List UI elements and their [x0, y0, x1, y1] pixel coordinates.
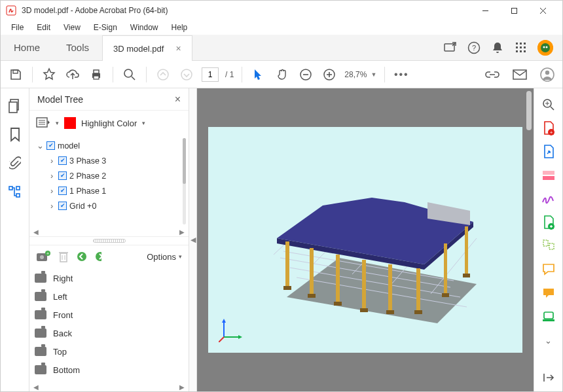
vertical-scrollbar[interactable] — [183, 138, 186, 224]
menu-help[interactable]: Help — [166, 22, 193, 33]
3d-canvas[interactable] — [208, 127, 522, 353]
tree-node-label[interactable]: model — [58, 141, 80, 151]
expand-icon[interactable]: › — [48, 202, 56, 211]
tab-close-icon[interactable]: × — [175, 44, 181, 53]
next-view-icon[interactable] — [95, 251, 101, 262]
panel-close-icon[interactable]: × — [175, 94, 181, 105]
mail-icon[interactable] — [511, 66, 528, 83]
horizontal-scrollbar[interactable]: ◀▶ — [29, 382, 189, 391]
export-pdf-icon[interactable] — [541, 145, 556, 159]
pages-thumbnails-icon[interactable] — [9, 99, 22, 113]
tree-node-label[interactable]: 3 Phase 3 — [69, 156, 106, 166]
apps-grid-icon[interactable] — [514, 41, 528, 55]
comment-note-icon[interactable] — [541, 262, 556, 277]
view-item[interactable]: Bottom — [35, 361, 189, 379]
zoom-out-icon[interactable] — [297, 66, 314, 83]
svg-rect-81 — [360, 308, 368, 312]
checkbox[interactable] — [58, 187, 67, 195]
sign-icon[interactable] — [541, 192, 556, 206]
more-icon[interactable]: ••• — [393, 66, 410, 83]
horizontal-scrollbar[interactable]: ◀▶ — [29, 227, 189, 236]
expand-rail-icon[interactable] — [541, 370, 556, 385]
checkbox[interactable] — [58, 202, 67, 210]
tab-strip: Home Tools 3D model.pdf × ? — [1, 35, 562, 61]
tree-node-label[interactable]: 2 Phase 2 — [69, 171, 106, 181]
share-screen-icon[interactable] — [443, 41, 458, 55]
organize-icon[interactable] — [541, 239, 556, 253]
create-pdf-icon[interactable]: + — [541, 121, 556, 135]
views-list[interactable]: Right Left Front Back Top Bottom — [29, 268, 189, 382]
close-button[interactable] — [528, 1, 557, 20]
views-options-dropdown[interactable]: Options ▾ — [147, 252, 182, 262]
page-down-icon[interactable] — [178, 66, 195, 83]
pointer-tool-icon[interactable] — [250, 66, 267, 83]
maximize-button[interactable] — [499, 1, 528, 20]
highlight-color-swatch[interactable] — [64, 117, 76, 129]
menu-edit[interactable]: Edit — [31, 22, 56, 33]
tab-document[interactable]: 3D model.pdf × — [102, 35, 192, 61]
save-icon[interactable] — [7, 66, 24, 83]
page-up-icon[interactable] — [154, 66, 172, 83]
user-avatar[interactable] — [537, 40, 553, 56]
bookmark-icon[interactable] — [10, 128, 20, 142]
help-icon[interactable]: ? — [467, 41, 481, 55]
svg-rect-35 — [513, 70, 526, 79]
tree-node-label[interactable]: 1 Phase 1 — [69, 187, 106, 196]
camera-icon — [35, 274, 46, 283]
prev-view-icon[interactable] — [77, 251, 87, 262]
checkbox[interactable] — [46, 141, 55, 150]
view-item[interactable]: Left — [35, 287, 189, 306]
svg-rect-82 — [386, 310, 394, 314]
camera-add-icon[interactable]: + — [36, 251, 50, 262]
panel-splitter[interactable] — [29, 236, 189, 245]
trash-icon[interactable] — [58, 250, 69, 263]
zoom-dropdown[interactable]: 28,7% ▼ — [344, 70, 376, 79]
link-icon[interactable] — [484, 66, 501, 83]
view-item[interactable]: Back — [35, 324, 189, 342]
document-viewport[interactable] — [197, 88, 534, 391]
attachment-icon[interactable] — [9, 156, 21, 171]
right-tools-rail: + ⌄ — [534, 88, 562, 391]
profile-icon[interactable] — [539, 66, 556, 83]
zoom-in-icon[interactable] — [321, 66, 338, 83]
minimize-button[interactable] — [471, 1, 499, 20]
model-tree-icon[interactable] — [9, 185, 22, 198]
chevron-down-icon[interactable]: ⌄ — [541, 333, 556, 347]
camera-icon — [35, 329, 46, 338]
view-item[interactable]: Front — [35, 306, 189, 324]
svg-rect-39 — [9, 102, 17, 113]
viewport-scrollbar[interactable] — [524, 88, 534, 391]
comment-bubble-icon[interactable] — [541, 286, 556, 300]
bell-icon[interactable] — [490, 41, 505, 55]
stamp-icon[interactable] — [541, 310, 556, 324]
tab-tools[interactable]: Tools — [53, 35, 102, 60]
star-icon[interactable] — [41, 66, 58, 83]
menu-esign[interactable]: E-Sign — [88, 22, 122, 33]
print-icon[interactable] — [88, 66, 105, 83]
menu-file[interactable]: File — [6, 22, 29, 33]
tree-display-mode-icon[interactable] — [36, 117, 50, 129]
chevron-down-icon[interactable]: ▾ — [142, 120, 145, 126]
page-current-input[interactable] — [202, 67, 219, 82]
checkbox[interactable] — [58, 171, 67, 180]
svg-text:?: ? — [472, 44, 476, 52]
menu-view[interactable]: View — [58, 22, 86, 33]
expand-icon[interactable]: › — [48, 171, 56, 181]
model-tree[interactable]: ⌄ model › 3 Phase 3 › 2 Phase 2 › 1 Phas… — [29, 135, 189, 227]
panel-collapse-handle[interactable]: ◀ — [189, 88, 197, 391]
cloud-upload-icon[interactable] — [64, 66, 81, 83]
tab-home[interactable]: Home — [1, 35, 53, 60]
expand-icon[interactable]: › — [48, 156, 56, 166]
view-item[interactable]: Right — [35, 269, 189, 287]
menu-window[interactable]: Window — [125, 22, 164, 33]
search-icon[interactable] — [541, 98, 556, 112]
checkbox[interactable] — [58, 156, 67, 165]
expand-icon[interactable]: › — [48, 187, 56, 196]
hand-tool-icon[interactable] — [274, 66, 291, 83]
view-item[interactable]: Top — [35, 342, 189, 361]
collapse-icon[interactable]: ⌄ — [36, 141, 44, 151]
tree-node-label[interactable]: Grid +0 — [69, 202, 96, 211]
magnifier-icon[interactable] — [121, 66, 138, 83]
combine-files-icon[interactable] — [541, 215, 556, 230]
edit-pdf-icon[interactable] — [541, 168, 556, 183]
